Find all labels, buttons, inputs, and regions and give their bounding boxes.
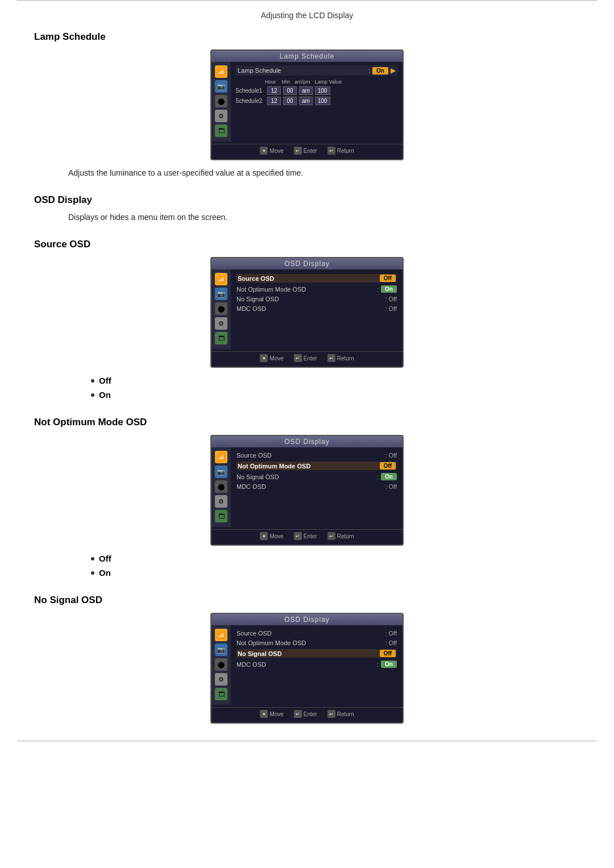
schedule1-ampm: am — [299, 86, 313, 95]
source-osd-icons: 📶 📷 ⬤ ⚙ 🗔 — [211, 269, 231, 349]
schedule2-value: 100 — [315, 97, 330, 105]
lamp-footer-enter: ↵ Enter — [294, 147, 317, 155]
source-osd-label-2: Not Optimum Mode OSD — [237, 286, 377, 293]
source-osd-bullet-text-2: On — [99, 390, 111, 400]
source-osd-val-1: Off — [380, 275, 396, 282]
not-opt-row-4: MDC OSD : Off — [237, 483, 397, 490]
ns-footer-return: ↩ Return — [327, 710, 354, 718]
icon-signal: 📶 — [215, 65, 227, 78]
osd-display-description: Displays or hides a menu item on the scr… — [68, 213, 580, 222]
ns-val-1: : Off — [385, 630, 397, 637]
source-osd-row-1: Source OSD Off — [237, 274, 397, 283]
source-osd-label-4: MDC OSD — [237, 305, 385, 312]
icon-camera: 📷 — [215, 80, 227, 93]
ns-row-1: Source OSD : Off — [237, 630, 397, 637]
not-opt-val-1: : Off — [385, 452, 397, 459]
not-optimum-icons: 📶 📷 ⬤ ⚙ 🗔 — [211, 447, 231, 527]
source-osd-title: Source OSD — [34, 239, 580, 250]
schedule1-min: 00 — [283, 86, 297, 95]
header-ampm: am/pm — [294, 79, 310, 85]
enter-label: Enter — [304, 148, 317, 154]
no-enter-icon: ↵ — [294, 532, 302, 540]
not-opt-value-3: On — [381, 473, 397, 480]
not-optimum-title: Not Optimum Mode OSD — [34, 417, 580, 428]
osd-display-title: OSD Display — [34, 194, 580, 206]
so-icon-signal: 📶 — [215, 273, 227, 285]
not-optimum-footer: ✦ Move ↵ Enter ↩ Return — [211, 529, 403, 541]
ns-footer-move: ✦ Move — [260, 710, 283, 718]
schedule2-label: Schedule2 — [235, 98, 265, 104]
ns-val-2: : Off — [385, 639, 397, 646]
no-footer-enter: ↵ Enter — [294, 532, 317, 540]
lamp-schedule-description: Adjusts the luminance to a user-specifie… — [68, 168, 580, 177]
so-icon-gear: ⚙ — [215, 317, 227, 330]
return-label: Return — [337, 148, 354, 154]
no-signal-body: 📶 📷 ⬤ ⚙ 🗔 Source OSD : Off Not Optimum M… — [211, 625, 403, 705]
so-enter-icon: ↵ — [294, 354, 302, 362]
icon-gear: ⚙ — [215, 110, 227, 122]
lamp-schedule-value: : On ▶ — [368, 67, 396, 74]
source-osd-val-2: : On — [377, 285, 397, 293]
not-opt-label-1: Source OSD — [237, 452, 385, 459]
so-footer-enter: ↵ Enter — [294, 354, 317, 362]
not-optimum-screen: OSD Display 📶 📷 ⬤ ⚙ 🗔 Source OSD : Off — [210, 435, 404, 546]
no-signal-screen-title: OSD Display — [211, 614, 403, 625]
osd-display-section: OSD Display Displays or hides a menu ite… — [34, 194, 580, 222]
bottom-rule — [17, 741, 597, 741]
source-osd-screen-title: OSD Display — [211, 258, 403, 269]
not-opt-row-1: Source OSD : Off — [237, 452, 397, 459]
not-opt-val-2: Off — [380, 462, 396, 470]
not-opt-row-2: Not Optimum Mode OSD Off — [237, 462, 397, 470]
source-osd-val-4: : Off — [385, 305, 397, 312]
lamp-schedule-screen-wrapper: Lamp Schedule 📶 📷 ⬤ ⚙ 🗔 Lamp Schedule : … — [34, 49, 580, 160]
no-move-icon: ✦ — [260, 532, 268, 540]
source-osd-footer: ✦ Move ↵ Enter ↩ Return — [211, 351, 403, 363]
lamp-arrow: ▶ — [391, 67, 396, 74]
so-return-icon: ↩ — [327, 354, 335, 362]
header-hour: Hour — [265, 79, 276, 85]
so-icon-picture: 🗔 — [215, 332, 227, 344]
so-icon-camera: 📷 — [215, 288, 227, 300]
no-icon-circle: ⬤ — [215, 480, 227, 493]
ns-return-icon: ↩ — [327, 710, 335, 718]
bullet-dot-2 — [91, 393, 94, 397]
no-icon-camera: 📷 — [215, 466, 227, 478]
source-osd-bullet-1: Off — [91, 376, 580, 385]
lamp-schedule-screen-title: Lamp Schedule — [211, 51, 403, 62]
source-osd-content: Source OSD Off Not Optimum Mode OSD : On — [231, 269, 403, 349]
so-footer-move: ✦ Move — [260, 354, 283, 362]
ns-enter-label: Enter — [304, 711, 317, 717]
source-osd-bullet-text-1: Off — [99, 376, 111, 385]
source-osd-bullet-2: On — [91, 390, 580, 400]
no-signal-title: No Signal OSD — [34, 595, 580, 606]
not-opt-dot-1 — [91, 557, 94, 560]
not-opt-label-2: Not Optimum Mode OSD — [238, 463, 380, 470]
ns-label-2: Not Optimum Mode OSD — [237, 639, 385, 646]
schedule2-hour: 12 — [267, 97, 281, 105]
move-icon: ✦ — [260, 147, 268, 155]
no-signal-content: Source OSD : Off Not Optimum Mode OSD : … — [231, 625, 403, 705]
top-rule — [17, 0, 597, 5]
not-optimum-body: 📶 📷 ⬤ ⚙ 🗔 Source OSD : Off Not Optimum M… — [211, 447, 403, 527]
source-osd-row-3: No Signal OSD : Off — [237, 296, 397, 302]
no-signal-icons: 📶 📷 ⬤ ⚙ 🗔 — [211, 625, 231, 705]
not-opt-val-4: : Off — [385, 483, 397, 490]
source-osd-body: 📶 📷 ⬤ ⚙ 🗔 Source OSD Off — [211, 269, 403, 349]
not-opt-bullet-text-2: On — [99, 568, 111, 578]
schedule1-row: Schedule1 12 00 am 100 — [235, 86, 398, 95]
header-min: Min — [282, 79, 291, 85]
ns-label-4: MDC OSD — [237, 661, 377, 668]
lamp-on-value: On — [372, 67, 388, 74]
lamp-schedule-screen: Lamp Schedule 📶 📷 ⬤ ⚙ 🗔 Lamp Schedule : … — [210, 49, 404, 160]
not-opt-label-4: MDC OSD — [237, 483, 385, 490]
so-move-icon: ✦ — [260, 354, 268, 362]
page-header: Adjusting the LCD Display — [0, 11, 614, 20]
no-signal-screen-wrapper: OSD Display 📶 📷 ⬤ ⚙ 🗔 Source OSD : Off — [34, 613, 580, 724]
not-optimum-content: Source OSD : Off Not Optimum Mode OSD Of… — [231, 447, 403, 527]
so-move-label: Move — [269, 355, 283, 362]
bullet-dot-1 — [91, 379, 94, 383]
source-osd-value-1: Off — [380, 275, 396, 282]
no-return-label: Return — [337, 533, 354, 539]
no-move-label: Move — [269, 533, 283, 539]
ns-row-4: MDC OSD : On — [237, 661, 397, 668]
